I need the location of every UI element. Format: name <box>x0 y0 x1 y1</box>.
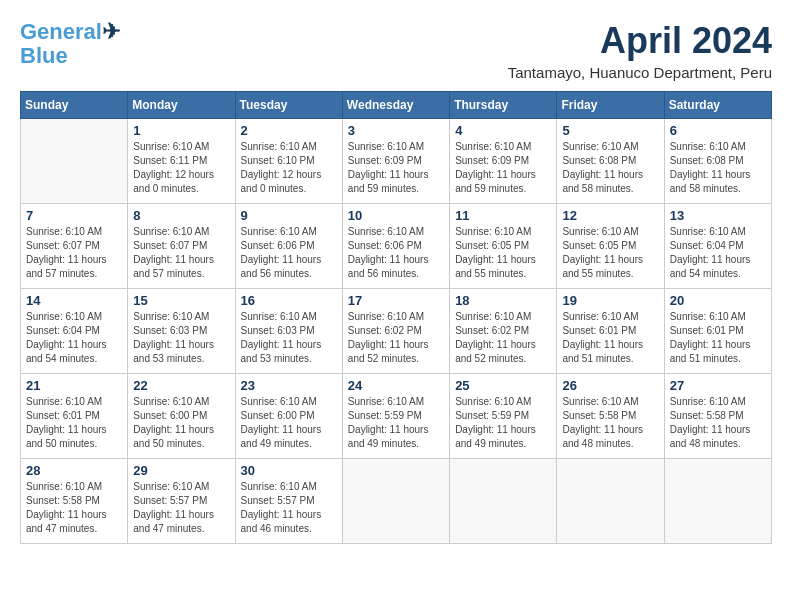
calendar-cell <box>450 459 557 544</box>
day-info: Sunrise: 6:10 AMSunset: 6:02 PMDaylight:… <box>348 310 444 366</box>
day-number: 29 <box>133 463 229 478</box>
day-info: Sunrise: 6:10 AMSunset: 6:01 PMDaylight:… <box>26 395 122 451</box>
day-number: 10 <box>348 208 444 223</box>
calendar-cell: 11Sunrise: 6:10 AMSunset: 6:05 PMDayligh… <box>450 204 557 289</box>
calendar-cell <box>664 459 771 544</box>
day-number: 30 <box>241 463 337 478</box>
day-info: Sunrise: 6:10 AMSunset: 6:05 PMDaylight:… <box>562 225 658 281</box>
calendar-cell: 22Sunrise: 6:10 AMSunset: 6:00 PMDayligh… <box>128 374 235 459</box>
day-info: Sunrise: 6:10 AMSunset: 5:58 PMDaylight:… <box>26 480 122 536</box>
day-info: Sunrise: 6:10 AMSunset: 6:09 PMDaylight:… <box>348 140 444 196</box>
day-number: 28 <box>26 463 122 478</box>
day-info: Sunrise: 6:10 AMSunset: 5:58 PMDaylight:… <box>562 395 658 451</box>
weekday-header-tuesday: Tuesday <box>235 92 342 119</box>
calendar-cell: 2Sunrise: 6:10 AMSunset: 6:10 PMDaylight… <box>235 119 342 204</box>
day-info: Sunrise: 6:10 AMSunset: 5:57 PMDaylight:… <box>133 480 229 536</box>
day-number: 21 <box>26 378 122 393</box>
calendar-cell: 1Sunrise: 6:10 AMSunset: 6:11 PMDaylight… <box>128 119 235 204</box>
calendar-cell: 21Sunrise: 6:10 AMSunset: 6:01 PMDayligh… <box>21 374 128 459</box>
logo: General✈Blue <box>20 20 120 68</box>
day-number: 23 <box>241 378 337 393</box>
day-number: 2 <box>241 123 337 138</box>
calendar-cell: 13Sunrise: 6:10 AMSunset: 6:04 PMDayligh… <box>664 204 771 289</box>
day-info: Sunrise: 6:10 AMSunset: 6:04 PMDaylight:… <box>26 310 122 366</box>
calendar-cell: 7Sunrise: 6:10 AMSunset: 6:07 PMDaylight… <box>21 204 128 289</box>
calendar-cell: 29Sunrise: 6:10 AMSunset: 5:57 PMDayligh… <box>128 459 235 544</box>
day-number: 8 <box>133 208 229 223</box>
day-number: 3 <box>348 123 444 138</box>
day-number: 16 <box>241 293 337 308</box>
day-info: Sunrise: 6:10 AMSunset: 6:07 PMDaylight:… <box>26 225 122 281</box>
calendar-cell <box>557 459 664 544</box>
calendar-body: 1Sunrise: 6:10 AMSunset: 6:11 PMDaylight… <box>21 119 772 544</box>
calendar-cell: 25Sunrise: 6:10 AMSunset: 5:59 PMDayligh… <box>450 374 557 459</box>
day-number: 13 <box>670 208 766 223</box>
weekday-header-wednesday: Wednesday <box>342 92 449 119</box>
day-info: Sunrise: 6:10 AMSunset: 6:02 PMDaylight:… <box>455 310 551 366</box>
day-info: Sunrise: 6:10 AMSunset: 6:09 PMDaylight:… <box>455 140 551 196</box>
calendar-table: SundayMondayTuesdayWednesdayThursdayFrid… <box>20 91 772 544</box>
location: Tantamayo, Huanuco Department, Peru <box>508 64 772 81</box>
day-info: Sunrise: 6:10 AMSunset: 6:01 PMDaylight:… <box>562 310 658 366</box>
day-number: 1 <box>133 123 229 138</box>
calendar-cell: 15Sunrise: 6:10 AMSunset: 6:03 PMDayligh… <box>128 289 235 374</box>
day-number: 19 <box>562 293 658 308</box>
day-info: Sunrise: 6:10 AMSunset: 6:00 PMDaylight:… <box>241 395 337 451</box>
calendar-cell: 6Sunrise: 6:10 AMSunset: 6:08 PMDaylight… <box>664 119 771 204</box>
day-info: Sunrise: 6:10 AMSunset: 6:04 PMDaylight:… <box>670 225 766 281</box>
calendar-cell: 26Sunrise: 6:10 AMSunset: 5:58 PMDayligh… <box>557 374 664 459</box>
calendar-cell: 19Sunrise: 6:10 AMSunset: 6:01 PMDayligh… <box>557 289 664 374</box>
calendar-cell: 5Sunrise: 6:10 AMSunset: 6:08 PMDaylight… <box>557 119 664 204</box>
calendar-week-1: 7Sunrise: 6:10 AMSunset: 6:07 PMDaylight… <box>21 204 772 289</box>
calendar-cell: 17Sunrise: 6:10 AMSunset: 6:02 PMDayligh… <box>342 289 449 374</box>
calendar-week-3: 21Sunrise: 6:10 AMSunset: 6:01 PMDayligh… <box>21 374 772 459</box>
day-number: 4 <box>455 123 551 138</box>
weekday-header-thursday: Thursday <box>450 92 557 119</box>
day-number: 27 <box>670 378 766 393</box>
day-info: Sunrise: 6:10 AMSunset: 6:01 PMDaylight:… <box>670 310 766 366</box>
day-info: Sunrise: 6:10 AMSunset: 5:58 PMDaylight:… <box>670 395 766 451</box>
calendar-cell: 3Sunrise: 6:10 AMSunset: 6:09 PMDaylight… <box>342 119 449 204</box>
day-info: Sunrise: 6:10 AMSunset: 5:59 PMDaylight:… <box>455 395 551 451</box>
day-number: 24 <box>348 378 444 393</box>
day-number: 11 <box>455 208 551 223</box>
day-number: 14 <box>26 293 122 308</box>
calendar-week-4: 28Sunrise: 6:10 AMSunset: 5:58 PMDayligh… <box>21 459 772 544</box>
day-info: Sunrise: 6:10 AMSunset: 5:57 PMDaylight:… <box>241 480 337 536</box>
day-number: 18 <box>455 293 551 308</box>
calendar-cell: 10Sunrise: 6:10 AMSunset: 6:06 PMDayligh… <box>342 204 449 289</box>
day-number: 25 <box>455 378 551 393</box>
calendar-cell: 4Sunrise: 6:10 AMSunset: 6:09 PMDaylight… <box>450 119 557 204</box>
calendar-week-2: 14Sunrise: 6:10 AMSunset: 6:04 PMDayligh… <box>21 289 772 374</box>
day-info: Sunrise: 6:10 AMSunset: 5:59 PMDaylight:… <box>348 395 444 451</box>
calendar-cell: 24Sunrise: 6:10 AMSunset: 5:59 PMDayligh… <box>342 374 449 459</box>
page-header: General✈Blue April 2024 Tantamayo, Huanu… <box>20 20 772 81</box>
calendar-cell: 23Sunrise: 6:10 AMSunset: 6:00 PMDayligh… <box>235 374 342 459</box>
calendar-header-row: SundayMondayTuesdayWednesdayThursdayFrid… <box>21 92 772 119</box>
day-number: 17 <box>348 293 444 308</box>
day-number: 22 <box>133 378 229 393</box>
day-info: Sunrise: 6:10 AMSunset: 6:07 PMDaylight:… <box>133 225 229 281</box>
day-number: 15 <box>133 293 229 308</box>
day-info: Sunrise: 6:10 AMSunset: 6:06 PMDaylight:… <box>241 225 337 281</box>
day-info: Sunrise: 6:10 AMSunset: 6:08 PMDaylight:… <box>562 140 658 196</box>
calendar-week-0: 1Sunrise: 6:10 AMSunset: 6:11 PMDaylight… <box>21 119 772 204</box>
day-number: 9 <box>241 208 337 223</box>
day-info: Sunrise: 6:10 AMSunset: 6:03 PMDaylight:… <box>133 310 229 366</box>
day-number: 26 <box>562 378 658 393</box>
calendar-cell: 12Sunrise: 6:10 AMSunset: 6:05 PMDayligh… <box>557 204 664 289</box>
calendar-cell: 27Sunrise: 6:10 AMSunset: 5:58 PMDayligh… <box>664 374 771 459</box>
weekday-header-sunday: Sunday <box>21 92 128 119</box>
day-info: Sunrise: 6:10 AMSunset: 6:08 PMDaylight:… <box>670 140 766 196</box>
day-info: Sunrise: 6:10 AMSunset: 6:00 PMDaylight:… <box>133 395 229 451</box>
day-number: 5 <box>562 123 658 138</box>
title-block: April 2024 Tantamayo, Huanuco Department… <box>508 20 772 81</box>
day-info: Sunrise: 6:10 AMSunset: 6:11 PMDaylight:… <box>133 140 229 196</box>
day-number: 7 <box>26 208 122 223</box>
calendar-cell: 20Sunrise: 6:10 AMSunset: 6:01 PMDayligh… <box>664 289 771 374</box>
calendar-cell: 9Sunrise: 6:10 AMSunset: 6:06 PMDaylight… <box>235 204 342 289</box>
calendar-cell: 16Sunrise: 6:10 AMSunset: 6:03 PMDayligh… <box>235 289 342 374</box>
day-info: Sunrise: 6:10 AMSunset: 6:05 PMDaylight:… <box>455 225 551 281</box>
calendar-cell: 18Sunrise: 6:10 AMSunset: 6:02 PMDayligh… <box>450 289 557 374</box>
month-title: April 2024 <box>508 20 772 62</box>
